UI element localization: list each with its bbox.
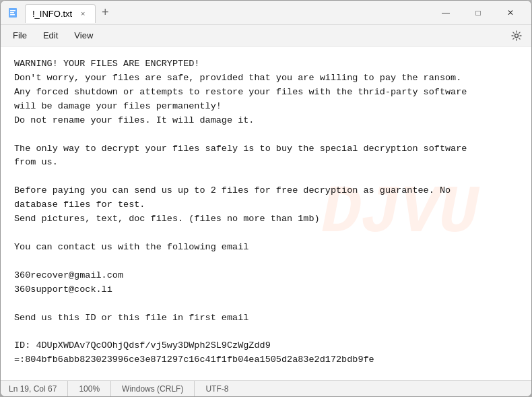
- line-7: The only way to decrypt your files safel…: [14, 142, 518, 156]
- line-5: Do not rename your files. It will damage…: [14, 114, 518, 128]
- line-4: will be damage your files permanently!: [14, 100, 518, 114]
- status-bar: Ln 19, Col 67 100% Windows (CRLF) UTF-8: [1, 380, 531, 396]
- zoom-level[interactable]: 100%: [68, 381, 111, 396]
- line-6: [14, 128, 518, 142]
- text-block: WARNING! YOUR FILES ARE ENCRYPTED! Don't…: [14, 57, 518, 367]
- tab-close-button[interactable]: ×: [77, 8, 88, 19]
- line-21: ID: 4DUpXWDAv7QcOOhjQdsf/vj5wy3DWph2SL9C…: [14, 339, 518, 353]
- line-20: [14, 326, 518, 340]
- line-18: [14, 297, 518, 311]
- active-tab[interactable]: !_INFO.txt ×: [25, 4, 96, 23]
- text-content[interactable]: DJVU WARNING! YOUR FILES ARE ENCRYPTED! …: [1, 47, 531, 380]
- line-3: Any forced shutdown or attempts to resto…: [14, 86, 518, 100]
- svg-rect-3: [10, 14, 15, 16]
- main-window: !_INFO.txt × + — □ ✕ File Edit View DJVU: [0, 0, 532, 397]
- line-17: 360support@cock.li: [14, 283, 518, 297]
- close-button[interactable]: ✕: [495, 2, 526, 24]
- app-icon: [6, 6, 20, 20]
- view-menu[interactable]: View: [67, 28, 100, 43]
- line-2: Don't worry, your files are safe, provid…: [14, 71, 518, 86]
- line-ending[interactable]: Windows (CRLF): [111, 381, 195, 396]
- line-15: [14, 255, 518, 269]
- line-10: Before paying you can send us up to 2 fi…: [14, 184, 518, 198]
- svg-rect-2: [10, 12, 14, 13]
- title-bar: !_INFO.txt × + — □ ✕: [1, 1, 531, 25]
- line-9: [14, 170, 518, 184]
- file-menu[interactable]: File: [6, 28, 34, 43]
- minimize-button[interactable]: —: [430, 2, 461, 24]
- line-22: =:804bfb6abb823023996ce3e871297c16c41f1f…: [14, 353, 518, 367]
- menu-bar-right: [507, 26, 526, 45]
- maximize-button[interactable]: □: [463, 2, 494, 24]
- cursor-position[interactable]: Ln 19, Col 67: [9, 381, 68, 396]
- svg-rect-1: [10, 10, 15, 11]
- svg-point-4: [515, 34, 519, 37]
- line-1: WARNING! YOUR FILES ARE ENCRYPTED!: [14, 57, 518, 71]
- edit-menu[interactable]: Edit: [36, 28, 65, 43]
- line-11: database files for test.: [14, 198, 518, 212]
- tab-label: !_INFO.txt: [32, 9, 72, 19]
- line-8: from us.: [14, 156, 518, 170]
- settings-button[interactable]: [507, 26, 526, 45]
- line-14: You can contact us with the following em…: [14, 241, 518, 255]
- new-tab-button[interactable]: +: [96, 3, 114, 22]
- tab-area: !_INFO.txt × +: [6, 3, 430, 22]
- line-16: 360recover@gmail.com: [14, 269, 518, 283]
- menu-bar: File Edit View: [1, 25, 531, 47]
- line-12: Send pictures, text, doc files. (files n…: [14, 212, 518, 226]
- line-13: [14, 226, 518, 241]
- encoding[interactable]: UTF-8: [195, 381, 239, 396]
- window-controls: — □ ✕: [430, 2, 526, 24]
- line-19: Send us this ID or this file in first em…: [14, 311, 518, 326]
- gear-icon: [511, 30, 522, 41]
